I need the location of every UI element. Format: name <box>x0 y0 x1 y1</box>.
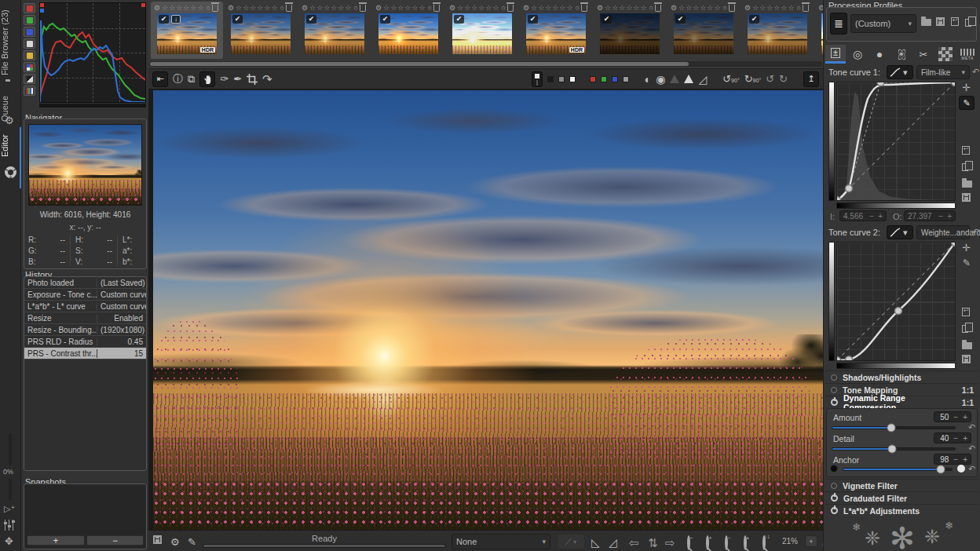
filmstrip-thumbnail-10[interactable]: ⚙☆☆☆☆☆☆ ✔ <box>815 2 823 59</box>
curve-1-load-icon[interactable] <box>962 181 972 188</box>
zoom-out-icon[interactable]: − <box>687 537 690 549</box>
channel-luma-swatch[interactable] <box>623 76 629 82</box>
filmstrip-thumbnail-6[interactable]: ⚙☆☆☆☆☆☆○ ✔HDR <box>520 2 592 59</box>
false-color-icon[interactable]: ◐ <box>645 73 651 86</box>
mixer-icon[interactable] <box>5 520 15 531</box>
trash-icon[interactable] <box>655 5 661 12</box>
softproof-icon[interactable]: ◿ <box>698 73 707 86</box>
shadow-clipping-icon[interactable] <box>670 75 679 83</box>
reset-curve-2-icon[interactable]: ↶ <box>972 227 979 237</box>
profile-list-button[interactable]: ≣ <box>830 13 847 35</box>
tab-advanced[interactable] <box>891 45 912 64</box>
trash-icon[interactable] <box>286 5 292 12</box>
tab-metadata[interactable]: META <box>957 45 978 64</box>
history-row[interactable]: PRS RLD - Radius0.45 <box>24 336 146 348</box>
anchor-reset-icon[interactable]: ↶ <box>968 464 975 474</box>
navigator-preview[interactable] <box>28 124 142 206</box>
history-row[interactable]: Resize - Bounding...(1920x1080) <box>24 324 146 336</box>
curve-2-save-icon[interactable] <box>962 355 971 363</box>
color-label-icon[interactable]: ○ <box>207 4 210 12</box>
copy-profile-icon[interactable] <box>965 19 971 27</box>
profile-select[interactable]: (Custom)▾ <box>850 14 916 33</box>
trash-icon[interactable] <box>729 5 735 12</box>
color-label-icon[interactable]: ○ <box>649 4 653 12</box>
tab-file-browser[interactable]: File Browser (23) <box>0 5 21 80</box>
trash-icon[interactable] <box>360 5 366 12</box>
curve-mode-1-select[interactable]: Film-like▾ <box>916 65 970 79</box>
tool-lab-adjustments[interactable]: L*a*b* Adjustments <box>825 504 979 516</box>
bg-gray-swatch[interactable] <box>558 76 565 82</box>
hand-tool-button[interactable] <box>199 71 215 87</box>
profile-wrench-icon[interactable]: ⚙ <box>449 4 455 12</box>
channel-green-swatch[interactable] <box>601 76 607 82</box>
gears-icon[interactable]: ⚙ <box>5 115 14 126</box>
copy-frame-icon[interactable]: ⧉ <box>188 73 195 86</box>
load-profile-icon[interactable] <box>921 19 931 26</box>
tool-vignette-filter[interactable]: Vignette Filter <box>825 479 979 491</box>
star-rating[interactable]: ☆☆☆☆☆☆ <box>162 4 204 12</box>
profile-wrench-icon[interactable]: ⚙ <box>375 4 382 12</box>
tool-graduated-filter[interactable]: Graduated Filter <box>825 491 979 504</box>
color-label-icon[interactable]: ○ <box>428 4 432 12</box>
tab-color[interactable]: ● <box>869 45 890 64</box>
preview-curve-button[interactable]: ⟋▾ <box>557 534 585 549</box>
filmstrip-thumbnail-9[interactable]: ⚙☆☆☆☆☆☆○ ✔ <box>741 2 814 59</box>
color-label-icon[interactable]: ○ <box>797 4 801 12</box>
star-rating[interactable]: ☆☆☆☆☆☆ <box>309 4 352 12</box>
main-image[interactable] <box>153 90 823 530</box>
star-rating[interactable]: ☆☆☆☆☆☆ <box>383 4 426 12</box>
color-label-icon[interactable]: ○ <box>576 4 580 12</box>
trash-icon[interactable] <box>212 5 218 12</box>
curve-mode-2-select[interactable]: Weighte...andard▾ <box>916 225 970 239</box>
curve-1-copy-icon[interactable] <box>962 163 968 171</box>
color-label-icon[interactable]: ○ <box>280 4 284 12</box>
history-row-selected[interactable]: PRS - Contrast thr...15 <box>24 348 146 359</box>
pick-edit-2-icon[interactable]: ✎ <box>963 257 971 268</box>
trash-icon[interactable] <box>433 5 440 12</box>
star-rating[interactable]: ☆☆☆☆☆☆ <box>236 4 278 12</box>
trash-icon[interactable] <box>581 5 587 12</box>
trash-icon[interactable] <box>803 5 809 12</box>
filmstrip-thumbnail-3[interactable]: ⚙☆☆☆☆☆☆○ ✔ <box>298 2 371 59</box>
profile-wrench-icon[interactable]: ⚙ <box>302 4 308 12</box>
channel-blue-swatch[interactable] <box>612 76 618 82</box>
detail-reset-icon[interactable]: ↶ <box>968 443 975 454</box>
filmstrip-thumbnail-7[interactable]: ⚙☆☆☆☆☆☆○ ✔ <box>594 2 666 59</box>
tab-exposure[interactable]: ± <box>825 45 846 64</box>
star-rating[interactable]: ☆☆☆☆☆☆ <box>457 4 499 12</box>
star-rating[interactable]: ☆☆☆☆☆☆ <box>752 4 795 12</box>
prev-image-icon[interactable]: ⇦ <box>629 536 639 550</box>
history-row[interactable]: ResizeEnabled <box>24 312 146 324</box>
rotate-cw-90-icon[interactable]: ↻90° <box>744 73 762 85</box>
highlight-clipping-icon[interactable] <box>684 75 693 83</box>
color-label-icon[interactable]: ○ <box>502 4 506 12</box>
flip-v-icon[interactable]: ↻ <box>779 73 788 85</box>
filmstrip-scrollbar[interactable] <box>149 61 822 67</box>
histogram-luminosity-button[interactable] <box>24 38 35 49</box>
rail-zoom-slider[interactable] <box>9 433 12 465</box>
star-rating[interactable]: ☆☆☆☆☆☆ <box>678 4 721 12</box>
curve-type-1-select[interactable]: ▾ <box>887 65 913 79</box>
filmstrip-thumbnail-2[interactable]: ⚙☆☆☆☆☆☆○ ✔ <box>225 2 297 59</box>
bg-white-swatch[interactable] <box>569 76 576 82</box>
edit-point-icon[interactable]: ✛ <box>962 82 971 93</box>
amount-slider[interactable] <box>832 426 956 429</box>
preview-profile-select[interactable]: None▾ <box>452 534 550 549</box>
white-balance-picker-icon[interactable]: ✒ <box>233 73 242 85</box>
new-detail-window-button[interactable]: + <box>805 535 817 547</box>
flip-h-icon[interactable]: ↺ <box>766 73 774 85</box>
channel-red-swatch[interactable] <box>590 76 596 82</box>
save-image-icon[interactable] <box>153 535 162 544</box>
star-rating[interactable]: ☆☆☆☆☆☆ <box>605 4 647 12</box>
zoom-100-icon[interactable]: 1:1 <box>762 537 766 549</box>
profile-wrench-icon[interactable]: ⚙ <box>744 4 751 12</box>
trash-icon[interactable] <box>507 5 514 12</box>
send-to-editor-icon[interactable]: ✎ <box>188 536 196 548</box>
histogram-raw-button[interactable] <box>24 62 35 72</box>
tab-editor[interactable]: Editor <box>0 129 21 163</box>
profile-wrench-icon[interactable]: ⚙ <box>597 4 603 12</box>
tool-dynamic-range-compression[interactable]: Dynamic Range Compression1:1 <box>825 396 979 408</box>
color-picker-icon[interactable]: ✑ <box>220 73 229 85</box>
detail-slider[interactable] <box>832 447 956 451</box>
histogram-red-button[interactable] <box>24 3 35 13</box>
